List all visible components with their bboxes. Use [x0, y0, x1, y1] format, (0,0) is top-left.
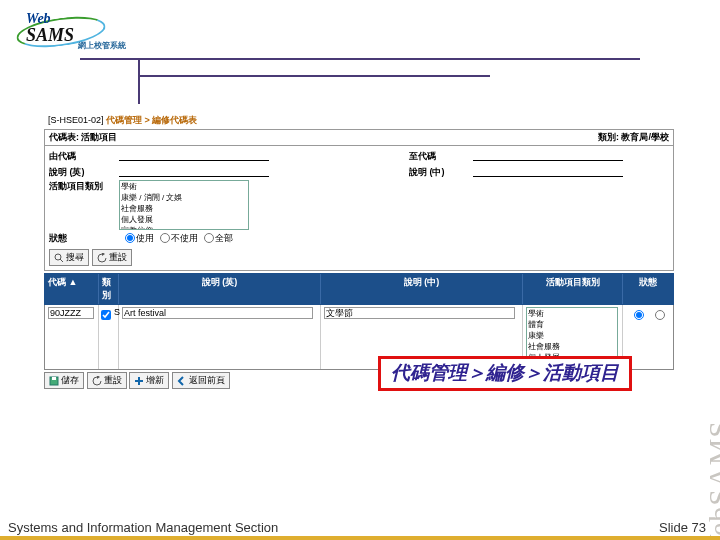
- radio-row-active[interactable]: [634, 310, 644, 320]
- callout-box: 代碼管理＞編修＞活動項目: [378, 356, 632, 391]
- search-button-label: 搜尋: [66, 251, 84, 264]
- save-icon: [49, 376, 59, 386]
- input-code-to[interactable]: [473, 151, 623, 161]
- radio-nouse-label: 不使用: [171, 232, 198, 245]
- reset-icon: [92, 376, 102, 386]
- th-status: 狀態: [623, 274, 673, 304]
- table-category: 類別: 教育局/學校: [598, 131, 669, 144]
- table-header: 代碼 ▲ 類別 說明 (英) 說明 (中) 活動項目類別 狀態: [44, 273, 674, 305]
- radio-all[interactable]: 全部: [204, 232, 233, 245]
- reset-button[interactable]: 重設: [92, 249, 132, 266]
- accent-bar: [0, 536, 720, 540]
- footer-slide-no: 73: [692, 520, 706, 535]
- save-button[interactable]: 儲存: [44, 372, 84, 389]
- search-icon: [54, 253, 64, 263]
- radio-row-inactive[interactable]: [655, 310, 665, 320]
- input-row-code[interactable]: [48, 307, 94, 319]
- radio-use-input[interactable]: [125, 233, 135, 243]
- select-option[interactable]: 宗教信仰: [120, 225, 248, 230]
- table-name: 代碼表: 活動項目: [49, 131, 118, 144]
- input-desc-zh[interactable]: [473, 167, 623, 177]
- footer-section-name: Systems and Information Management Secti…: [8, 521, 278, 534]
- breadcrumb: [S-HSE01-02] 代碼管理 > 編修代碼表: [44, 112, 674, 130]
- add-icon: [134, 376, 144, 386]
- radio-nouse-input[interactable]: [160, 233, 170, 243]
- radio-group-status: 使用 不使用 全部: [125, 232, 233, 245]
- add-button[interactable]: 增新: [129, 372, 169, 389]
- divider-line: [140, 75, 490, 77]
- radio-use[interactable]: 使用: [125, 232, 154, 245]
- th-desc-zh: 說明 (中): [321, 274, 523, 304]
- select-option[interactable]: 康樂: [527, 330, 617, 341]
- footer-slide-number: Slide 73: [659, 521, 706, 534]
- select-option[interactable]: 學術: [120, 181, 248, 192]
- svg-line-1: [60, 259, 63, 262]
- select-option[interactable]: 個人發展: [120, 214, 248, 225]
- back-button[interactable]: 返回前頁: [172, 372, 230, 389]
- add-button-label: 增新: [146, 374, 164, 387]
- back-button-label: 返回前頁: [189, 374, 225, 387]
- save-button-label: 儲存: [61, 374, 79, 387]
- label-desc-en: 說明 (英): [49, 166, 119, 179]
- divider-vertical: [138, 58, 140, 104]
- logo-text-web: Web: [26, 12, 51, 26]
- input-desc-en[interactable]: [119, 167, 269, 177]
- label-status: 狀態: [49, 232, 119, 245]
- back-icon: [177, 376, 187, 386]
- select-option[interactable]: 社會服務: [120, 203, 248, 214]
- input-row-desc-zh[interactable]: [324, 307, 515, 319]
- title-bar: 代碼表: 活動項目 類別: 教育局/學校: [44, 130, 674, 146]
- app-panel: [S-HSE01-02] 代碼管理 > 編修代碼表 代碼表: 活動項目 類別: …: [44, 112, 674, 389]
- radio-all-label: 全部: [215, 232, 233, 245]
- label-category: 活動項目類別: [49, 180, 119, 193]
- reset-button-bottom-label: 重設: [104, 374, 122, 387]
- th-desc-en: 說明 (英): [119, 274, 321, 304]
- radio-nouse[interactable]: 不使用: [160, 232, 198, 245]
- logo: Web SAMS 網上校管系統: [16, 12, 134, 52]
- radio-all-input[interactable]: [204, 233, 214, 243]
- input-code-from[interactable]: [119, 151, 269, 161]
- breadcrumb-path: 代碼管理 > 編修代碼表: [106, 115, 197, 125]
- reset-button-label: 重設: [109, 251, 127, 264]
- divider-line: [80, 58, 640, 60]
- search-form: 由代碼 至代碼 說明 (英) 說明 (中) 活動項目類別 學術 康樂 / 消閒 …: [44, 146, 674, 271]
- label-code-from: 由代碼: [49, 150, 119, 163]
- screen-code: [S-HSE01-02]: [48, 115, 104, 125]
- select-option[interactable]: 體育: [527, 319, 617, 330]
- select-category[interactable]: 學術 康樂 / 消閒 / 文娛 社會服務 個人發展 宗教信仰: [119, 180, 249, 230]
- th-category: 活動項目類別: [523, 274, 623, 304]
- select-option[interactable]: 社會服務: [527, 341, 617, 352]
- th-type: 類別: [99, 274, 119, 304]
- label-code-to: 至代碼: [409, 150, 469, 163]
- checkbox-row-type[interactable]: [101, 310, 111, 320]
- input-row-desc-en[interactable]: [122, 307, 313, 319]
- reset-icon: [97, 253, 107, 263]
- footer-slide-label: Slide: [659, 520, 688, 535]
- search-button[interactable]: 搜尋: [49, 249, 89, 266]
- watermark-text: WebSAMS: [704, 420, 720, 540]
- select-option[interactable]: 康樂 / 消閒 / 文娛: [120, 192, 248, 203]
- reset-button-bottom[interactable]: 重設: [87, 372, 127, 389]
- logo-text-sams: SAMS: [26, 26, 74, 44]
- svg-rect-3: [52, 377, 56, 380]
- logo-subtitle: 網上校管系統: [78, 42, 126, 50]
- label-desc-zh: 說明 (中): [409, 166, 469, 179]
- th-code[interactable]: 代碼 ▲: [45, 274, 99, 304]
- radio-use-label: 使用: [136, 232, 154, 245]
- select-option[interactable]: 學術: [527, 308, 617, 319]
